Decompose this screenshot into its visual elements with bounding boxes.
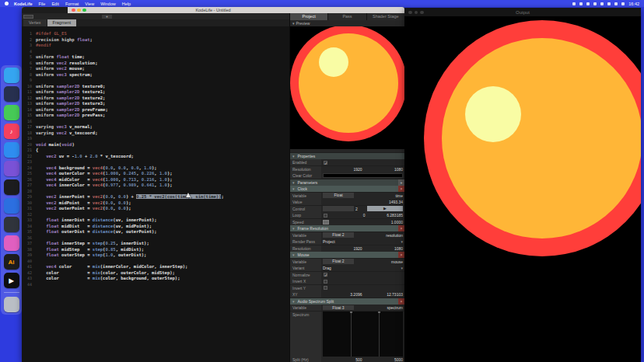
zoom-button[interactable]	[82, 9, 86, 12]
dock-item-app-pink[interactable]	[4, 235, 19, 251]
add-pass-button[interactable]: +	[102, 15, 112, 19]
control-mode-button[interactable]	[323, 206, 354, 211]
menu-view[interactable]: View	[85, 2, 94, 6]
dock-item-finder[interactable]	[4, 68, 19, 83]
disclosure-triangle-icon: ▾	[292, 154, 295, 158]
value-field[interactable]: 5000	[364, 357, 404, 362]
close-button[interactable]	[72, 9, 75, 12]
split-tick	[350, 312, 352, 313]
section-header-parameters[interactable]: ▾Parameters+	[290, 179, 404, 186]
value-field[interactable]: 500	[323, 357, 362, 362]
wifi-icon[interactable]	[586, 2, 590, 5]
siri-icon[interactable]	[621, 2, 625, 5]
chevron-down-icon[interactable]: ▾	[401, 239, 403, 244]
tab-vertex[interactable]: Vertex	[23, 19, 47, 26]
play-button[interactable]: ▶	[367, 206, 403, 211]
slider-handle[interactable]	[323, 220, 329, 225]
variable-name-field[interactable]: mouse	[391, 259, 403, 264]
variable-name-field[interactable]: spectrum	[387, 305, 403, 310]
dock-item-music[interactable]: ♪	[4, 124, 19, 139]
keyboard-icon[interactable]	[600, 2, 604, 5]
inspector-tab-pass[interactable]: Pass	[328, 13, 366, 20]
value-field[interactable]: 3.2096	[323, 292, 362, 297]
checkbox-checked[interactable]: ✓	[324, 273, 327, 277]
menu-format[interactable]: Format	[65, 2, 79, 6]
code-editor[interactable]: 1#ifdef GL_ES2precision highp float;3#en…	[22, 26, 289, 362]
bluetooth-icon[interactable]	[572, 2, 576, 5]
remove-section-button[interactable]: ×	[398, 252, 404, 258]
menu-kodelife[interactable]: KodeLife	[14, 2, 33, 6]
checkbox-checked[interactable]: ✓	[324, 161, 327, 165]
output-zoom-button[interactable]	[420, 11, 424, 15]
pass-tab[interactable]	[23, 15, 33, 19]
dock-item-app-blue[interactable]	[4, 198, 19, 214]
loop-max-field[interactable]: 6.283185	[367, 213, 404, 218]
search-icon[interactable]	[593, 2, 597, 5]
control-center-icon[interactable]	[614, 2, 618, 5]
inspector-tab-shader-stage[interactable]: Shader Stage	[367, 13, 404, 20]
apple-logo-icon[interactable]	[5, 2, 9, 5]
dock-item-arrow-app[interactable]: ▶	[4, 273, 19, 288]
remove-section-button[interactable]: ×	[398, 298, 404, 305]
display-icon[interactable]	[607, 2, 611, 5]
control-value[interactable]: 2	[355, 207, 358, 211]
add-parameter-button[interactable]: +	[398, 179, 404, 186]
menu-window[interactable]: Window	[100, 2, 116, 6]
output-minimize-button[interactable]	[415, 11, 418, 15]
dock-item-illustrator[interactable]: Ai	[4, 254, 19, 270]
dock-item-app-purple[interactable]	[4, 161, 19, 176]
value-field[interactable]: 12.73103	[364, 292, 404, 297]
dock-item-messages[interactable]	[4, 105, 19, 120]
type-dropdown[interactable]: Float 2	[323, 259, 354, 264]
dropdown-value[interactable]: Drag	[323, 266, 331, 270]
section-header-properties[interactable]: ▾Properties	[290, 153, 404, 159]
minimize-button[interactable]	[77, 9, 81, 12]
section-title: Mouse	[298, 252, 310, 257]
dock-item-trash[interactable]	[4, 297, 19, 312]
menu-file[interactable]: File	[39, 2, 46, 6]
section-header-clock[interactable]: ▾Clock×	[290, 186, 404, 192]
value-field[interactable]: 1920	[323, 246, 362, 251]
value-field[interactable]: 1493.34	[389, 200, 403, 204]
menu-clock[interactable]: 16:42	[628, 2, 639, 6]
title-bar[interactable]: KodeLife - Untitled	[22, 7, 404, 13]
code-line: 17varying vec3 v_normal;	[22, 124, 289, 131]
color-swatch[interactable]	[323, 173, 403, 179]
variable-name-field[interactable]: time	[396, 193, 403, 198]
value-field[interactable]: 1.0000	[391, 220, 403, 225]
type-dropdown[interactable]: Float 3	[323, 305, 354, 311]
output-title-bar[interactable]: Output	[404, 8, 641, 17]
menu-edit[interactable]: Edit	[51, 2, 58, 6]
type-dropdown[interactable]: Float	[323, 193, 354, 198]
preview-section-header[interactable]: ▾Preview	[290, 20, 404, 26]
section-header-audio-spectrum-split[interactable]: ▾Audio Spectrum Split×	[290, 298, 404, 305]
dropdown-value[interactable]: Project	[323, 239, 335, 244]
output-close-button[interactable]	[408, 11, 412, 15]
inspector-tab-project[interactable]: Project	[290, 13, 327, 20]
code-text: vec4 midColor = vec4(1.000, 0.713, 0.216…	[36, 177, 173, 183]
tab-fragment[interactable]: Fragment	[47, 19, 77, 26]
value-field[interactable]: 1920	[323, 167, 362, 172]
dock-item-app-black[interactable]	[4, 179, 19, 195]
checkbox-unchecked[interactable]	[324, 280, 327, 284]
field-label: Clear Color	[290, 172, 321, 179]
section-header-mouse[interactable]: ▾Mouse×	[290, 252, 404, 258]
dock-item-app-dark-blue[interactable]	[4, 86, 19, 102]
battery-icon[interactable]	[579, 2, 583, 5]
section-header-frame-resolution[interactable]: ▾Frame Resolution×	[290, 225, 404, 231]
dock-item-app-store[interactable]	[4, 142, 19, 158]
menu-help[interactable]: Help	[122, 2, 131, 6]
dock-item-app-grey[interactable]	[4, 217, 19, 232]
variable-name-field[interactable]: resolution	[386, 233, 403, 238]
checkbox-unchecked[interactable]	[324, 214, 327, 218]
remove-section-button[interactable]: ×	[398, 225, 404, 231]
type-dropdown[interactable]: Float 2	[323, 232, 354, 238]
code-line: 19	[22, 136, 289, 142]
chevron-down-icon[interactable]: ▾	[401, 266, 403, 270]
checkbox-unchecked[interactable]	[324, 286, 327, 290]
value-field[interactable]: 1080	[364, 246, 404, 251]
loop-min-field[interactable]: 0	[329, 213, 366, 218]
code-line: 29 vec2 innerPoint = vec2(0.0, 0.0) + 0.…	[22, 194, 289, 200]
value-field[interactable]: 1080	[364, 167, 404, 172]
remove-section-button[interactable]: ×	[398, 186, 404, 192]
